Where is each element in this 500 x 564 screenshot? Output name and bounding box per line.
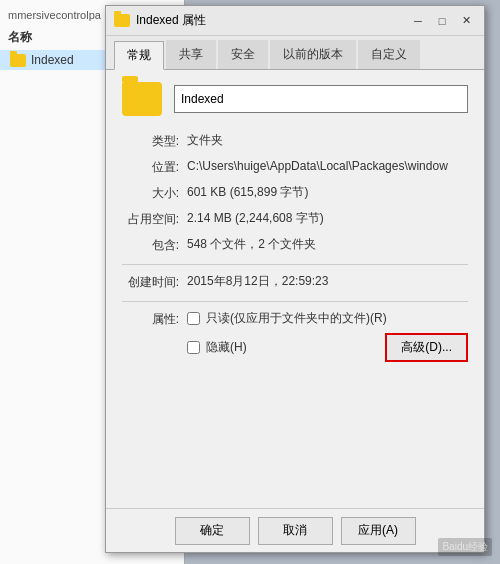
folder-name-section: [122, 82, 468, 116]
prop-label-disk-size: 占用空间:: [122, 210, 187, 228]
readonly-checkbox-row: 只读(仅应用于文件夹中的文件)(R): [187, 310, 468, 327]
title-folder-icon: [114, 14, 130, 27]
desktop: mmersivecontrolpa 名称 Indexed Indexed 属性 …: [0, 0, 500, 564]
tab-security[interactable]: 安全: [218, 40, 268, 69]
prop-row-type: 类型: 文件夹: [122, 132, 468, 152]
apply-button[interactable]: 应用(A): [341, 517, 416, 545]
explorer-item-label: Indexed: [31, 53, 74, 67]
readonly-checkbox[interactable]: [187, 312, 200, 325]
watermark: Baidu经验: [438, 538, 492, 556]
dialog-content: 类型: 文件夹 位置: C:\Users\huige\AppData\Local…: [106, 70, 484, 508]
prop-row-contains: 包含: 548 个文件，2 个文件夹: [122, 236, 468, 256]
attributes-section: 只读(仅应用于文件夹中的文件)(R) 隐藏(H) 高级(D)...: [187, 310, 468, 362]
prop-value-size: 601 KB (615,899 字节): [187, 184, 468, 201]
folder-icon-small: [10, 54, 26, 67]
close-button[interactable]: ✕: [456, 11, 476, 31]
ok-button[interactable]: 确定: [175, 517, 250, 545]
properties-dialog: Indexed 属性 ─ □ ✕ 常规 共享 安全 以前的版本 自定义: [105, 5, 485, 553]
prop-row-attributes: 属性: 只读(仅应用于文件夹中的文件)(R) 隐藏(H) 高级(D)...: [122, 310, 468, 362]
tab-general[interactable]: 常规: [114, 41, 164, 70]
tab-customize[interactable]: 自定义: [358, 40, 420, 69]
hidden-checkbox[interactable]: [187, 341, 200, 354]
tab-share[interactable]: 共享: [166, 40, 216, 69]
advanced-button[interactable]: 高级(D)...: [385, 333, 468, 362]
prop-row-size: 大小: 601 KB (615,899 字节): [122, 184, 468, 204]
prop-value-created: 2015年8月12日，22:59:23: [187, 273, 468, 290]
prop-label-created: 创建时间:: [122, 273, 187, 291]
prop-row-disk-size: 占用空间: 2.14 MB (2,244,608 字节): [122, 210, 468, 230]
prop-separator-2: [122, 301, 468, 302]
maximize-button[interactable]: □: [432, 11, 452, 31]
tab-previous-versions[interactable]: 以前的版本: [270, 40, 356, 69]
readonly-label: 只读(仅应用于文件夹中的文件)(R): [206, 310, 387, 327]
dialog-footer: 确定 取消 应用(A): [106, 508, 484, 552]
prop-label-type: 类型:: [122, 132, 187, 150]
prop-label-location: 位置:: [122, 158, 187, 176]
prop-row-location: 位置: C:\Users\huige\AppData\Local\Package…: [122, 158, 468, 178]
cancel-button[interactable]: 取消: [258, 517, 333, 545]
dialog-title: Indexed 属性: [114, 12, 206, 29]
prop-value-disk-size: 2.14 MB (2,244,608 字节): [187, 210, 468, 227]
prop-label-attributes: 属性:: [122, 310, 187, 328]
minimize-button[interactable]: ─: [408, 11, 428, 31]
prop-value-type: 文件夹: [187, 132, 468, 149]
big-folder-icon: [122, 82, 162, 116]
prop-value-contains: 548 个文件，2 个文件夹: [187, 236, 468, 253]
dialog-controls: ─ □ ✕: [408, 11, 476, 31]
hidden-checkbox-row: 隐藏(H): [187, 339, 247, 356]
prop-label-contains: 包含:: [122, 236, 187, 254]
prop-label-size: 大小:: [122, 184, 187, 202]
prop-separator: [122, 264, 468, 265]
prop-value-location: C:\Users\huige\AppData\Local\Packages\wi…: [187, 158, 468, 175]
props-table: 类型: 文件夹 位置: C:\Users\huige\AppData\Local…: [122, 132, 468, 362]
prop-row-created: 创建时间: 2015年8月12日，22:59:23: [122, 273, 468, 293]
hidden-label: 隐藏(H): [206, 339, 247, 356]
dialog-title-text: Indexed 属性: [136, 12, 206, 29]
folder-name-input[interactable]: [174, 85, 468, 113]
dialog-tabs: 常规 共享 安全 以前的版本 自定义: [106, 36, 484, 70]
dialog-titlebar: Indexed 属性 ─ □ ✕: [106, 6, 484, 36]
